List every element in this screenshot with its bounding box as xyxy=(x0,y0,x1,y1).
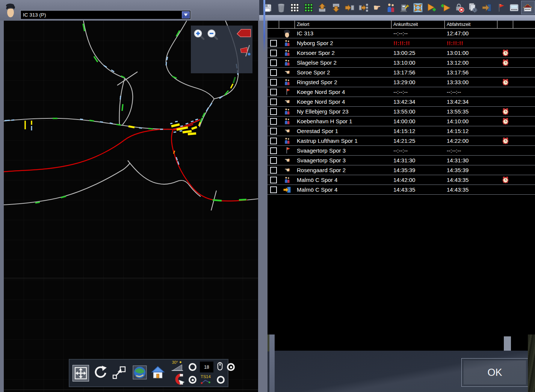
table-row[interactable]: Kastrup Lufthavn Spor 114:21:2514:22:00 xyxy=(268,136,535,146)
hand-icon: ☚ xyxy=(283,68,291,76)
pan-mode-button[interactable] xyxy=(73,365,89,381)
row-checkbox[interactable] xyxy=(270,50,277,56)
row-checkbox[interactable] xyxy=(270,118,277,125)
table-row[interactable]: Korsoer Spor 213:00:2513:01:00 xyxy=(268,48,535,58)
row-zielort: Malmö C Spor 4 xyxy=(295,175,391,185)
table-row[interactable]: ☚Rosengaard Spor 214:35:3914:35:39 xyxy=(268,165,535,175)
row-checkbox[interactable] xyxy=(270,167,277,174)
window-edge-tab xyxy=(504,336,511,351)
table-row[interactable]: ☚Koege Nord Spor 413:42:3413:42:34 xyxy=(268,97,535,107)
rotate-view-button[interactable] xyxy=(93,365,108,381)
map-canvas[interactable]: 30° 18 xyxy=(4,21,258,392)
row-ankunftszeit: 13:00:25 xyxy=(391,48,445,58)
row-ankunftszeit: 14:35:39 xyxy=(391,165,445,175)
slope-radio[interactable] xyxy=(189,363,196,371)
header-checkbox-col xyxy=(268,21,279,28)
ts-radio[interactable] xyxy=(217,376,225,384)
toolbar-refuel-button[interactable] xyxy=(398,1,411,14)
row-ankunftszeit: --:--:-- xyxy=(391,146,445,155)
row-zielort: Nyborg Spor 2 xyxy=(295,38,391,48)
row-zielort: Rosengaard Spor 2 xyxy=(295,165,391,175)
toolbar-display-panel-button[interactable] xyxy=(508,1,520,14)
table-row[interactable]: IC 313--:--:--12:47:00 xyxy=(268,29,535,38)
main-toolbar: ☛ xyxy=(259,0,535,15)
row-ankunftszeit: 14:43:35 xyxy=(391,185,445,194)
table-row[interactable]: Nyborg Spor 2!!:!!:!!!!:!!:!! xyxy=(268,38,535,48)
row-abfahrtszeit: 14:43:35 xyxy=(445,175,497,185)
mouse-radio[interactable] xyxy=(227,363,235,371)
row-ankunftszeit: 14:00:00 xyxy=(391,117,445,126)
row-abfahrtszeit: 13:17:56 xyxy=(445,68,497,77)
table-row[interactable]: Malmö C Spor 414:43:3514:43:35 xyxy=(268,185,535,195)
row-checkbox[interactable] xyxy=(270,79,277,86)
row-ankunftszeit: 14:31:30 xyxy=(391,156,445,165)
row-checkbox[interactable] xyxy=(270,147,277,154)
row-checkbox[interactable] xyxy=(270,59,277,66)
passengers-icon xyxy=(284,49,291,56)
row-checkbox[interactable] xyxy=(270,157,277,164)
toolbar-document-settings-button[interactable] xyxy=(467,1,479,14)
row-checkbox[interactable] xyxy=(270,40,277,47)
toolbar-insert-right-button[interactable] xyxy=(343,1,356,14)
toolbar-move-down-button[interactable] xyxy=(329,1,342,14)
row-abfahrtszeit: 14:31:30 xyxy=(445,156,497,165)
flag-icon xyxy=(284,147,291,154)
row-zielort: Koebenhavn H Spor 1 xyxy=(295,117,391,126)
table-row[interactable]: ☚Oerestad Spor 114:15:1214:15:12 xyxy=(268,126,535,136)
row-abfahrtszeit: 13:01:00 xyxy=(445,48,497,58)
row-checkbox[interactable] xyxy=(270,138,277,144)
table-row[interactable]: Ringsted Spor 213:29:0013:33:00 xyxy=(268,77,535,87)
ts14-mode-icon[interactable]: TS14 xyxy=(200,374,213,386)
dropdown-arrow-icon[interactable] xyxy=(182,11,190,18)
table-row[interactable]: ☚Soroe Spor 213:17:5613:17:56 xyxy=(268,68,535,77)
ok-button[interactable]: OK xyxy=(461,358,528,387)
magnet-radio[interactable] xyxy=(189,376,196,384)
row-checkbox[interactable] xyxy=(270,128,277,135)
table-row[interactable]: Koege Nord Spor 4--:--:----:--:-- xyxy=(268,87,535,97)
table-row[interactable]: Svaagertorp Spor 3--:--:----:--:-- xyxy=(268,146,535,156)
table-row[interactable]: Ny Ellebjerg Spor 2313:55:0013:55:35 xyxy=(268,107,535,117)
row-ankunftszeit: 13:10:00 xyxy=(391,58,445,67)
slope-mode-icon[interactable]: 30° xyxy=(171,360,185,374)
row-checkbox[interactable] xyxy=(270,69,277,76)
zoom-out-icon[interactable] xyxy=(207,29,218,40)
row-checkbox[interactable] xyxy=(270,186,277,193)
row-checkbox[interactable] xyxy=(270,108,277,115)
row-checkbox[interactable] xyxy=(270,98,277,105)
row-abfahrtszeit: 14:22:00 xyxy=(445,136,497,145)
row-ankunftszeit: 14:21:25 xyxy=(391,136,445,145)
toolbar-passengers-button[interactable] xyxy=(384,1,397,14)
toolbar-depot-enter-button[interactable] xyxy=(480,1,493,14)
toolbar-grid-button[interactable] xyxy=(289,1,301,14)
row-abfahrtszeit: 13:42:34 xyxy=(445,97,497,106)
toolbar-insert-list-button[interactable] xyxy=(357,1,370,14)
row-ankunftszeit: 14:15:12 xyxy=(391,126,445,136)
zoom-in-icon[interactable] xyxy=(193,29,204,40)
home-view-button[interactable] xyxy=(151,365,165,381)
toolbar-depot-shed-button[interactable] xyxy=(521,1,534,14)
mouse-mode-icon[interactable] xyxy=(217,361,224,373)
globe-view-button[interactable] xyxy=(133,365,147,381)
toolbar-route-append-button[interactable] xyxy=(439,1,452,14)
toolbar-move-up-button[interactable] xyxy=(316,1,329,14)
toolbar-lock-revoke-button[interactable] xyxy=(453,1,465,14)
row-checkbox[interactable] xyxy=(270,177,277,183)
toolbar-hand-select-button[interactable]: ☛ xyxy=(371,1,384,14)
toolbar-delete-button[interactable] xyxy=(275,1,287,14)
jump-to-view-button[interactable] xyxy=(112,365,127,381)
row-abfahrtszeit: 14:10:00 xyxy=(445,117,497,126)
toolbar-route-add-button[interactable] xyxy=(425,1,438,14)
toolbar-flag-button[interactable] xyxy=(494,1,507,14)
row-checkbox[interactable] xyxy=(270,89,277,95)
train-select[interactable]: IC 313 (P) xyxy=(21,11,190,19)
table-row[interactable]: Malmö C Spor 414:42:0014:43:35 xyxy=(268,175,535,185)
row-abfahrtszeit: --:--:-- xyxy=(445,87,497,97)
magnet-mode-icon[interactable] xyxy=(171,374,185,386)
row-abfahrtszeit: 14:35:39 xyxy=(445,165,497,175)
toolbar-grid-active-button[interactable] xyxy=(302,1,315,14)
ok-label: OK xyxy=(487,367,502,378)
table-row[interactable]: Slagelse Spor 213:10:0013:12:00 xyxy=(268,58,535,68)
table-row[interactable]: Koebenhavn H Spor 114:00:0014:10:00 xyxy=(268,117,535,126)
toolbar-center-view-button[interactable] xyxy=(412,1,425,14)
table-row[interactable]: ☚Svaagertorp Spor 314:31:3014:31:30 xyxy=(268,156,535,165)
